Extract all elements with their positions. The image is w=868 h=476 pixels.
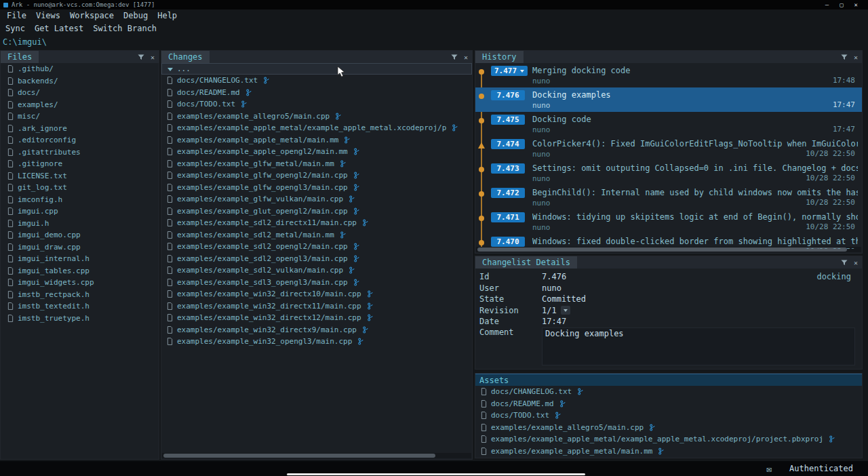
file-row[interactable]: imgui.cpp	[1, 205, 159, 218]
commit-row[interactable]: 7.474 ColorPicker4(): Fixed ImGuiColorEd…	[475, 136, 862, 161]
close-panel-icon[interactable]: ✕	[854, 54, 858, 61]
commit-row[interactable]: 7.470 Windows: fixed double-clicked bord…	[475, 234, 862, 249]
file-row[interactable]: imgui_internal.h	[1, 253, 159, 265]
commit-row[interactable]: 7.475 Docking code nuno 17:47	[475, 112, 862, 136]
asset-name: examples/example_apple_metal/main.mm	[491, 447, 652, 456]
close-panel-icon[interactable]: ✕	[464, 54, 468, 61]
changed-file-row[interactable]: examples/example_sdl2_opengl3/main.cpp	[161, 253, 472, 265]
changed-file-row[interactable]: docs/TODO.txt	[161, 98, 472, 111]
tab-history[interactable]: History	[475, 51, 524, 63]
changed-file-row[interactable]: examples/example_allegro5/main.cpp	[161, 111, 472, 123]
file-row[interactable]: examples/	[1, 99, 159, 111]
changed-file-row[interactable]: examples/example_win32_directx12/main.cp…	[161, 312, 472, 324]
close-panel-icon[interactable]: ✕	[854, 259, 858, 266]
revision-badge[interactable]: 7.472	[491, 188, 525, 198]
asset-row[interactable]: docs/TODO.txt	[475, 410, 862, 422]
tab-changelist-details[interactable]: Changelist Details	[475, 256, 577, 269]
close-button[interactable]: ✕	[854, 1, 858, 8]
commit-row[interactable]: 7.477 Merging docking code nuno 17:48	[475, 63, 862, 87]
asset-row[interactable]: examples/example_allegro5/main.cpp	[475, 422, 862, 434]
menu-item[interactable]: Views	[36, 11, 60, 20]
revision-dropdown[interactable]	[561, 306, 570, 315]
toolbar-button[interactable]: Switch Branch	[93, 24, 157, 33]
revision-badge[interactable]: 7.475	[491, 115, 525, 125]
changed-file-row[interactable]: examples/example_glfw_metal/main.mm	[161, 158, 472, 170]
revision-badge[interactable]: 7.473	[491, 163, 525, 174]
changed-file-row[interactable]: examples/example_glut_opengl2/main.cpp	[161, 205, 472, 218]
tab-files[interactable]: Files	[1, 51, 39, 63]
commit-row[interactable]: 7.471 Windows: tidying up skipitems logi…	[475, 210, 862, 234]
file-row[interactable]: imconfig.h	[1, 194, 159, 206]
file-row[interactable]: misc/	[1, 111, 159, 123]
changed-file-row[interactable]: examples/example_win32_directx9/main.cpp	[161, 324, 472, 336]
changed-file-row[interactable]: examples/example_glfw_opengl2/main.cpp	[161, 170, 472, 182]
asset-row[interactable]: docs/README.md	[475, 398, 862, 410]
file-row[interactable]: imstb_truetype.h	[1, 313, 159, 325]
toolbar-button[interactable]: Sync	[5, 24, 25, 33]
tab-changes[interactable]: Changes	[161, 51, 210, 63]
changed-file-row[interactable]: examples/example_win32_directx10/main.cp…	[161, 288, 472, 300]
changes-tree-root[interactable]: ...	[161, 63, 472, 75]
revision-badge[interactable]: 7.470	[491, 237, 525, 247]
changed-file-row[interactable]: examples/example_sdl2_directx11/main.cpp	[161, 217, 472, 229]
menu-item[interactable]: Help	[157, 11, 177, 20]
file-row[interactable]: .gitattributes	[1, 146, 159, 159]
filter-icon[interactable]	[841, 260, 848, 266]
changed-badge-icon	[829, 435, 836, 443]
file-row[interactable]: imgui_demo.cpp	[1, 229, 159, 241]
changed-file-row[interactable]: examples/example_apple_opengl2/main.mm	[161, 146, 472, 158]
file-row[interactable]: imgui.h	[1, 218, 159, 230]
filter-icon[interactable]	[841, 54, 848, 60]
file-row[interactable]: .github/	[1, 63, 159, 75]
file-row[interactable]: imstb_textedit.h	[1, 300, 159, 313]
scrollbar-thumb[interactable]	[163, 454, 435, 458]
changes-horizontal-scrollbar[interactable]	[162, 453, 471, 458]
changed-file-row[interactable]: examples/example_sdl2_vulkan/main.cpp	[161, 264, 472, 277]
comment-field[interactable]: Docking examples	[542, 328, 855, 365]
revision-dropdown-icon[interactable]	[520, 70, 524, 75]
changed-file-row[interactable]: examples/example_apple_metal/main.mm	[161, 134, 472, 146]
file-row[interactable]: backends/	[1, 75, 159, 87]
file-row[interactable]: .ark_ignore	[1, 123, 159, 135]
expand-arrow-icon[interactable]	[167, 68, 173, 74]
file-row[interactable]: imgui_draw.cpp	[1, 241, 159, 254]
file-row[interactable]: .editorconfig	[1, 134, 159, 146]
menu-item[interactable]: Debug	[123, 11, 148, 20]
revision-badge[interactable]: 7.477	[491, 66, 528, 76]
file-row[interactable]: imstb_rectpack.h	[1, 289, 159, 301]
maximize-button[interactable]: ▢	[840, 1, 843, 8]
changed-file-row[interactable]: docs/README.md	[161, 87, 472, 99]
file-row[interactable]: docs/	[1, 87, 159, 99]
menu-item[interactable]: File	[7, 11, 26, 20]
commit-row[interactable]: 7.473 Settings: omit outputing Collapsed…	[475, 161, 862, 185]
changed-file-row[interactable]: examples/example_sdl2_metal/main.mm	[161, 229, 472, 241]
file-row[interactable]: imgui_tables.cpp	[1, 265, 159, 277]
revision-badge[interactable]: 7.476	[491, 90, 525, 100]
minimize-button[interactable]: –	[825, 1, 829, 8]
file-row[interactable]: git_log.txt	[1, 182, 159, 194]
commit-row[interactable]: 7.472 BeginChild(): Internal name used b…	[475, 185, 862, 210]
revision-badge[interactable]: 7.471	[491, 212, 525, 222]
changed-file-row[interactable]: docs/CHANGELOG.txt	[161, 75, 472, 87]
close-panel-icon[interactable]: ✕	[151, 54, 155, 61]
changed-file-row[interactable]: examples/example_glfw_vulkan/main.cpp	[161, 193, 472, 205]
changed-file-row[interactable]: examples/example_win32_directx11/main.cp…	[161, 300, 472, 313]
asset-row[interactable]: docs/CHANGELOG.txt	[475, 386, 862, 398]
file-row[interactable]: .gitignore	[1, 158, 159, 170]
file-row[interactable]: LICENSE.txt	[1, 170, 159, 182]
asset-row[interactable]: examples/example_apple_metal/main.mm	[475, 445, 862, 458]
commit-row[interactable]: 7.476 Docking examples nuno 17:47	[475, 87, 862, 112]
filter-icon[interactable]	[451, 54, 458, 60]
changed-file-row[interactable]: examples/example_sdl3_opengl3/main.cpp	[161, 277, 472, 289]
changed-file-row[interactable]: examples/example_win32_opengl3/main.cpp	[161, 336, 472, 348]
menu-item[interactable]: Workspace	[70, 11, 114, 20]
changes-list: docs/CHANGELOG.txt docs/README.md	[161, 75, 472, 348]
changed-file-row[interactable]: examples/example_apple_metal/example_app…	[161, 122, 472, 134]
toolbar-button[interactable]: Get Latest	[35, 24, 83, 33]
changed-file-row[interactable]: examples/example_sdl2_opengl2/main.cpp	[161, 241, 472, 253]
asset-row[interactable]: examples/example_apple_metal/example_app…	[475, 433, 862, 445]
file-row[interactable]: imgui_widgets.cpp	[1, 277, 159, 289]
filter-icon[interactable]	[138, 54, 144, 60]
revision-badge[interactable]: 7.474	[491, 139, 525, 149]
changed-file-row[interactable]: examples/example_glfw_opengl3/main.cpp	[161, 182, 472, 194]
